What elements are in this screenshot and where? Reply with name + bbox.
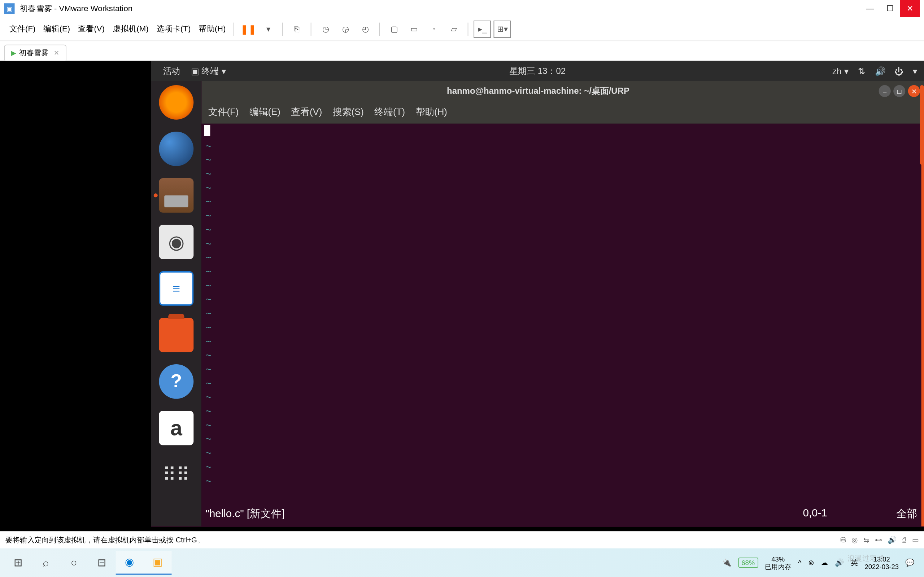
volume-icon[interactable]: 🔊 bbox=[875, 66, 885, 76]
vim-scroll: 全部 bbox=[896, 507, 918, 521]
vim-cursor bbox=[204, 125, 210, 136]
topbar-datetime[interactable]: 星期三 13：02 bbox=[509, 65, 565, 77]
power-icon[interactable]: ⏻ bbox=[895, 66, 903, 76]
terminal-minimize-button[interactable]: – bbox=[879, 85, 891, 97]
term-menu-edit[interactable]: 编辑(E) bbox=[249, 106, 281, 118]
onedrive-icon[interactable]: ☁ bbox=[821, 558, 828, 567]
memory-status[interactable]: 43% 已用内存 bbox=[765, 555, 792, 570]
sound-icon[interactable]: 🔊 bbox=[888, 535, 897, 544]
ubuntu-software-icon[interactable] bbox=[159, 318, 194, 352]
volume-tray-icon[interactable]: 🔊 bbox=[835, 558, 844, 567]
console-view-button[interactable]: ▫ bbox=[425, 20, 443, 37]
vmware-icon: ▣ bbox=[4, 3, 15, 14]
charging-icon[interactable]: 🔌 bbox=[722, 558, 732, 567]
vim-tilde: ~ bbox=[205, 167, 917, 181]
rhythmbox-icon[interactable] bbox=[159, 225, 194, 259]
vmware-taskbar-icon[interactable]: ▣ bbox=[144, 551, 171, 574]
window-controls: — ☐ ✕ bbox=[860, 0, 920, 17]
vim-tilde: ~ bbox=[205, 153, 917, 167]
system-tray: 🔌 68% 43% 已用内存 ^ ⊚ ☁ 🔊 英 13:02 2022-03-2… bbox=[717, 555, 920, 570]
separator bbox=[311, 23, 312, 36]
vm-desktop-area[interactable]: 活动 ▣ 终端 ▾ 星期三 13：02 zh ▾ ⇅ 🔊 ⏻ ▾ bbox=[0, 61, 924, 531]
unity-button[interactable]: ▭ bbox=[405, 20, 423, 37]
edge-icon[interactable]: ◉ bbox=[116, 551, 144, 574]
term-menu-help[interactable]: 帮助(H) bbox=[416, 106, 447, 118]
menu-file[interactable]: 文件(F) bbox=[5, 23, 40, 35]
vmware-device-icons: ⛁ ◎ ⇆ ⊷ 🔊 ⎙ ▭ bbox=[840, 535, 919, 544]
vim-filename: "hello.c" [新文件] bbox=[205, 507, 803, 521]
terminal-menubar: 文件(F) 编辑(E) 查看(V) 搜索(S) 终端(T) 帮助(H) bbox=[201, 101, 924, 124]
notification-icon[interactable]: 💬 bbox=[905, 558, 914, 567]
menu-view[interactable]: 查看(V) bbox=[74, 23, 109, 35]
start-button[interactable]: ⊞ bbox=[4, 551, 32, 574]
revert-button[interactable]: ◶ bbox=[337, 20, 354, 37]
vm-tab-label: 初春雪雾 bbox=[19, 48, 48, 58]
term-menu-terminal[interactable]: 终端(T) bbox=[374, 106, 405, 118]
toolbar-extra-button[interactable]: ⊞▾ bbox=[494, 20, 511, 37]
display-icon[interactable]: ▭ bbox=[912, 535, 919, 544]
vim-tilde: ~ bbox=[205, 334, 917, 348]
menu-edit[interactable]: 编辑(E) bbox=[39, 23, 74, 35]
vmware-menubar: 文件(F) 编辑(E) 查看(V) 虚拟机(M) 选项卡(T) 帮助(H) ❚❚… bbox=[0, 17, 924, 41]
taskview-button[interactable]: ⊟ bbox=[88, 551, 115, 574]
hdd-icon[interactable]: ⛁ bbox=[840, 535, 846, 544]
vim-tilde: ~ bbox=[205, 292, 917, 306]
chevron-down-icon[interactable]: ▾ bbox=[913, 66, 918, 76]
network-icon[interactable]: ⇅ bbox=[858, 66, 865, 76]
terminal-titlebar[interactable]: hanmo@hanmo-virtual-machine: ~/桌面/URP – … bbox=[201, 81, 924, 101]
close-button[interactable]: ✕ bbox=[900, 0, 920, 17]
ubuntu-dock: ⠿⠿ bbox=[151, 81, 201, 527]
files-icon[interactable] bbox=[159, 178, 194, 213]
maximize-button[interactable]: ☐ bbox=[880, 0, 900, 17]
terminal-title: hanmo@hanmo-virtual-machine: ~/桌面/URP bbox=[201, 85, 874, 97]
vim-tilde: ~ bbox=[205, 432, 917, 446]
printer-icon[interactable]: ⎙ bbox=[902, 535, 907, 544]
terminal-icon[interactable]: ▸_ bbox=[474, 20, 491, 37]
term-menu-file[interactable]: 文件(F) bbox=[208, 106, 239, 118]
stretch-button[interactable]: ▱ bbox=[446, 20, 463, 37]
pause-button[interactable]: ❚❚ bbox=[240, 20, 257, 37]
wifi-icon[interactable]: ⊚ bbox=[808, 558, 814, 567]
vim-tilde: ~ bbox=[205, 195, 917, 209]
battery-status[interactable]: 68% bbox=[738, 558, 758, 567]
cortana-button[interactable]: ○ bbox=[60, 551, 88, 574]
vim-tilde bbox=[205, 125, 917, 139]
thunderbird-icon[interactable] bbox=[159, 132, 194, 166]
vim-tilde: ~ bbox=[205, 320, 917, 334]
search-button[interactable]: ⌕ bbox=[32, 551, 60, 574]
usb-icon[interactable]: ⊷ bbox=[875, 535, 882, 544]
close-tab-icon[interactable]: ✕ bbox=[54, 49, 59, 56]
libreoffice-writer-icon[interactable] bbox=[159, 271, 194, 306]
vim-tilde: ~ bbox=[205, 362, 917, 376]
fullscreen-button[interactable]: ▢ bbox=[386, 20, 403, 37]
dropdown-icon[interactable]: ▾ bbox=[260, 20, 277, 37]
activities-button[interactable]: 活动 bbox=[158, 65, 186, 77]
amazon-icon[interactable] bbox=[159, 411, 194, 445]
cd-icon[interactable]: ◎ bbox=[851, 535, 858, 544]
manage-snapshot-button[interactable]: ◴ bbox=[357, 20, 374, 37]
show-apps-icon[interactable]: ⠿⠿ bbox=[159, 457, 194, 492]
app-menu[interactable]: ▣ 终端 ▾ bbox=[186, 65, 231, 77]
vim-tilde: ~ bbox=[205, 222, 917, 237]
menu-tabs[interactable]: 选项卡(T) bbox=[153, 23, 195, 35]
firefox-icon[interactable] bbox=[159, 85, 194, 120]
network-device-icon[interactable]: ⇆ bbox=[863, 535, 869, 544]
menu-vm[interactable]: 虚拟机(M) bbox=[109, 23, 153, 35]
menu-help[interactable]: 帮助(H) bbox=[195, 23, 229, 35]
help-icon[interactable] bbox=[159, 364, 194, 399]
terminal-maximize-button[interactable]: □ bbox=[893, 85, 905, 97]
term-menu-search[interactable]: 搜索(S) bbox=[333, 106, 364, 118]
vim-tilde: ~ bbox=[205, 390, 917, 404]
running-icon: ▶ bbox=[11, 49, 16, 56]
vm-tab[interactable]: ▶ 初春雪雾 ✕ bbox=[4, 44, 66, 60]
terminal-close-button[interactable]: ✕ bbox=[908, 85, 920, 97]
snapshot-button[interactable]: ◷ bbox=[317, 20, 334, 37]
send-ctrl-alt-del-button[interactable]: ⎘ bbox=[288, 20, 306, 37]
term-menu-view[interactable]: 查看(V) bbox=[291, 106, 322, 118]
terminal-body[interactable]: ~ ~ ~ ~ ~ ~ ~ ~ ~ ~ ~ ~ ~ ~ ~ ~ ~ ~ ~ ~ bbox=[201, 124, 924, 527]
minimize-button[interactable]: — bbox=[860, 0, 880, 17]
vmware-statusbar: 要将输入定向到该虚拟机，请在虚拟机内部单击或按 Ctrl+G。 ⛁ ◎ ⇆ ⊷ … bbox=[0, 531, 924, 548]
tray-expand-icon[interactable]: ^ bbox=[798, 559, 802, 567]
watermark-text: 浪漫过寒城 bbox=[848, 554, 884, 564]
input-method[interactable]: zh ▾ bbox=[832, 66, 849, 76]
